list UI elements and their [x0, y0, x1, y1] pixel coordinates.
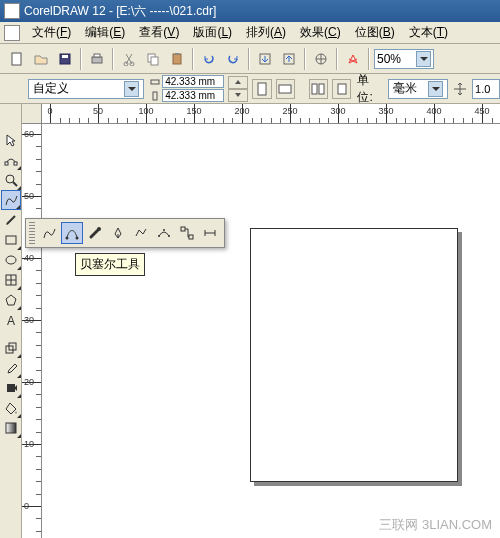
- menu-text[interactable]: 文本(T): [403, 22, 454, 43]
- tooltip: 贝塞尔工具: [75, 253, 145, 276]
- page[interactable]: [250, 228, 458, 482]
- zoom-tool[interactable]: [1, 170, 21, 190]
- text-tool[interactable]: A: [1, 310, 21, 330]
- menu-effects[interactable]: 效果(C): [294, 22, 347, 43]
- width-icon: [148, 76, 162, 88]
- dropdown-arrow-icon[interactable]: [416, 51, 431, 67]
- interactive-fill-tool[interactable]: [1, 418, 21, 438]
- interactive-tool[interactable]: [1, 338, 21, 358]
- freehand-tool[interactable]: [38, 222, 60, 244]
- horizontal-ruler[interactable]: 050100150200250300350400450: [42, 104, 500, 124]
- bezier-tool[interactable]: [61, 222, 83, 244]
- rectangle-tool[interactable]: [1, 230, 21, 250]
- separator: [80, 48, 82, 70]
- separator: [248, 48, 250, 70]
- svg-point-34: [66, 237, 69, 240]
- svg-rect-21: [5, 162, 8, 165]
- svg-point-40: [168, 235, 170, 237]
- svg-point-35: [76, 237, 79, 240]
- graph-paper-tool[interactable]: [1, 270, 21, 290]
- polyline-tool[interactable]: [130, 222, 152, 244]
- svg-rect-25: [6, 236, 16, 244]
- canvas[interactable]: [42, 124, 500, 538]
- dropdown-arrow-icon[interactable]: [428, 81, 443, 97]
- cut-button[interactable]: [118, 48, 140, 70]
- toolbox: A: [0, 104, 22, 538]
- nudge-input[interactable]: [472, 79, 500, 99]
- spinner-down[interactable]: [228, 89, 248, 102]
- print-button[interactable]: [86, 48, 108, 70]
- page-width-input[interactable]: [162, 75, 224, 88]
- property-bar: 自定义 单位: 毫米: [0, 74, 500, 104]
- svg-rect-14: [151, 80, 159, 84]
- artistic-media-tool[interactable]: [84, 222, 106, 244]
- redo-button[interactable]: [222, 48, 244, 70]
- units-combo[interactable]: 毫米: [388, 79, 448, 99]
- zoom-combo[interactable]: 50%: [374, 49, 434, 69]
- interactive-connector-tool[interactable]: [176, 222, 198, 244]
- smart-draw-tool[interactable]: [1, 210, 21, 230]
- import-button[interactable]: [254, 48, 276, 70]
- svg-point-26: [6, 256, 16, 264]
- preset-value: 自定义: [33, 80, 69, 97]
- ruler-origin[interactable]: [22, 104, 42, 124]
- landscape-button[interactable]: [276, 79, 295, 99]
- pick-tool[interactable]: [1, 130, 21, 150]
- dropdown-arrow-icon[interactable]: [124, 81, 139, 97]
- svg-point-39: [163, 229, 165, 231]
- separator: [112, 48, 114, 70]
- copy-button[interactable]: [142, 48, 164, 70]
- page-height-input[interactable]: [162, 89, 224, 102]
- vertical-ruler[interactable]: 6050403020100: [22, 124, 42, 538]
- separator: [336, 48, 338, 70]
- app-launcher-button[interactable]: [310, 48, 332, 70]
- new-button[interactable]: [6, 48, 28, 70]
- svg-rect-2: [62, 55, 68, 58]
- standard-toolbar: 50%: [0, 44, 500, 74]
- separator: [368, 48, 370, 70]
- spinner-up[interactable]: [228, 76, 248, 89]
- page-mode-button-2[interactable]: [332, 79, 351, 99]
- pen-tool[interactable]: [107, 222, 129, 244]
- zoom-value: 50%: [377, 52, 401, 66]
- 3point-curve-tool[interactable]: [153, 222, 175, 244]
- separator: [192, 48, 194, 70]
- curve-tool[interactable]: [1, 190, 21, 210]
- dimension-tool[interactable]: [199, 222, 221, 244]
- menu-layout[interactable]: 版面(L): [187, 22, 238, 43]
- app-icon: [4, 3, 20, 19]
- paste-button[interactable]: [166, 48, 188, 70]
- export-button[interactable]: [278, 48, 300, 70]
- menu-edit[interactable]: 编辑(E): [79, 22, 131, 43]
- svg-rect-9: [173, 54, 181, 64]
- page-mode-button-1[interactable]: [309, 79, 328, 99]
- svg-point-23: [6, 175, 14, 183]
- control-menu-icon[interactable]: [4, 25, 20, 41]
- outline-tool[interactable]: [1, 378, 21, 398]
- eyedropper-tool[interactable]: [1, 358, 21, 378]
- height-icon: [148, 90, 162, 102]
- paper-preset-combo[interactable]: 自定义: [28, 79, 144, 99]
- open-button[interactable]: [30, 48, 52, 70]
- save-button[interactable]: [54, 48, 76, 70]
- menu-arrange[interactable]: 排列(A): [240, 22, 292, 43]
- menu-bar: 文件(F) 编辑(E) 查看(V) 版面(L) 排列(A) 效果(C) 位图(B…: [0, 22, 500, 44]
- ellipse-tool[interactable]: [1, 250, 21, 270]
- watermark: 三联网 3LIAN.COM: [379, 516, 492, 534]
- fill-tool[interactable]: [1, 398, 21, 418]
- svg-rect-17: [279, 85, 291, 93]
- corel-online-button[interactable]: [342, 48, 364, 70]
- units-value: 毫米: [393, 80, 417, 97]
- polygon-tool[interactable]: [1, 290, 21, 310]
- svg-rect-16: [258, 83, 266, 95]
- menu-bitmap[interactable]: 位图(B): [349, 22, 401, 43]
- workspace: A 050100150200250300350400450 6050403020…: [0, 104, 500, 538]
- flyout-drag-handle[interactable]: [29, 222, 35, 244]
- menu-file[interactable]: 文件(F): [26, 22, 77, 43]
- menu-view[interactable]: 查看(V): [133, 22, 185, 43]
- shape-tool[interactable]: [1, 150, 21, 170]
- portrait-button[interactable]: [252, 79, 271, 99]
- undo-button[interactable]: [198, 48, 220, 70]
- svg-rect-18: [312, 84, 317, 94]
- svg-rect-3: [92, 57, 102, 63]
